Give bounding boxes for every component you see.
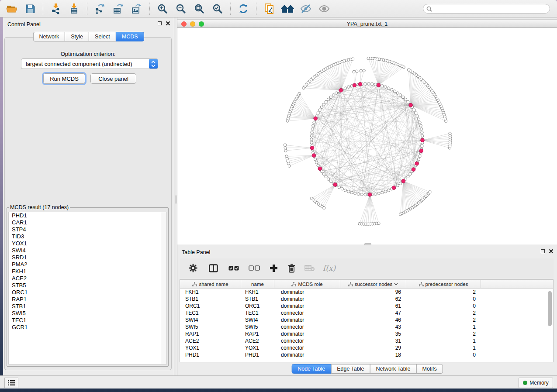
table-row[interactable]: STB1STB1dominator620: [180, 296, 553, 303]
table-cell: 61: [340, 303, 406, 309]
first-neighbors-icon[interactable]: [280, 2, 295, 16]
zoom-in-icon[interactable]: [155, 2, 170, 16]
mcds-result-item[interactable]: YOX1: [9, 240, 166, 247]
deselect-all-rows-icon[interactable]: [249, 263, 260, 273]
table-settings-gear-icon[interactable]: [189, 263, 197, 273]
mcds-result-item[interactable]: TEC1: [9, 317, 166, 324]
select-all-rows-icon[interactable]: [228, 263, 239, 273]
mcds-result-item[interactable]: TID3: [9, 233, 166, 240]
float-panel-icon[interactable]: [158, 21, 162, 25]
table-cell: 96: [340, 289, 406, 295]
delete-column-trash-icon[interactable]: [287, 263, 296, 273]
table-row[interactable]: ACE2ACE2connector311: [180, 337, 553, 344]
main-toolbar: [0, 0, 557, 17]
table-cell: dominator: [274, 289, 340, 295]
mcds-result-item[interactable]: SWI4: [9, 247, 166, 254]
close-panel-icon[interactable]: [166, 21, 170, 26]
mcds-result-group: MCDS result (17 nodes) PHD1CAR1STP4TID3Y…: [7, 204, 169, 367]
import-table-icon[interactable]: [67, 2, 82, 16]
mcds-result-item[interactable]: STB5: [9, 282, 166, 289]
export-table-icon[interactable]: [111, 2, 126, 16]
delete-table-icon[interactable]: [304, 263, 315, 273]
function-builder-icon[interactable]: f(x): [323, 263, 336, 273]
zoom-fit-icon[interactable]: [192, 2, 207, 16]
search-icon: [426, 6, 432, 12]
column-header-shared-name[interactable]: shared name: [180, 280, 241, 288]
mcds-result-list[interactable]: PHD1CAR1STP4TID3YOX1SWI4SRD1PMA2FKH1ACE2…: [8, 212, 167, 364]
table-cell: 43: [340, 324, 406, 330]
tab-mcds[interactable]: MCDS: [116, 32, 144, 41]
close-panel-button[interactable]: Close panel: [90, 73, 136, 84]
table-row[interactable]: RAP1RAP1dominator352: [180, 330, 553, 337]
table-row[interactable]: SWI5SWI5connector431: [180, 323, 553, 330]
tab-edge-table[interactable]: Edge Table: [331, 364, 370, 374]
table-row[interactable]: FKH1FKH1dominator962: [180, 289, 553, 296]
column-header-successor-nodes[interactable]: successor nodes: [340, 280, 406, 288]
import-network-icon[interactable]: [48, 2, 63, 16]
table-row[interactable]: YOX1YOX1connector291: [180, 344, 553, 351]
tab-node-table[interactable]: Node Table: [291, 364, 331, 374]
export-network-icon[interactable]: [93, 2, 107, 16]
toolbar-separator: [256, 3, 256, 15]
mcds-result-item[interactable]: SRD1: [9, 254, 166, 261]
table-row[interactable]: PHD1PHD1dominator180: [180, 351, 553, 358]
column-header-MCDS-role[interactable]: MCDS role: [274, 280, 340, 288]
mcds-result-item[interactable]: RAP1: [9, 296, 166, 303]
table-cell: 0: [406, 352, 481, 358]
criterion-select[interactable]: largest connected component (undirected): [21, 58, 158, 69]
table-cell: 47: [340, 310, 406, 316]
table-row[interactable]: TEC1TEC1connector472: [180, 309, 553, 316]
mcds-result-item[interactable]: SWI5: [9, 310, 166, 317]
mcds-result-item[interactable]: FKH1: [9, 268, 166, 275]
mcds-result-item[interactable]: GCR1: [9, 324, 166, 331]
network-graph: [177, 28, 557, 244]
column-header-name[interactable]: name: [241, 280, 274, 288]
zoom-out-icon[interactable]: [173, 2, 188, 16]
search-input[interactable]: [434, 5, 541, 12]
mcds-result-item[interactable]: ORC1: [9, 289, 166, 296]
memory-button[interactable]: Memory: [519, 378, 553, 388]
save-session-icon[interactable]: [23, 2, 38, 16]
tab-network-table[interactable]: Network Table: [370, 364, 417, 374]
list-scrollbar-track[interactable]: [161, 212, 166, 364]
float-panel-icon[interactable]: [541, 249, 545, 253]
tab-style[interactable]: Style: [65, 32, 89, 41]
tab-motifs[interactable]: Motifs: [416, 364, 443, 374]
open-file-icon[interactable]: [4, 2, 19, 16]
task-history-button[interactable]: [4, 378, 18, 388]
network-window-titlebar[interactable]: YPA_prune.txt_1: [177, 19, 557, 28]
mcds-result-item[interactable]: PHD1: [9, 212, 166, 219]
tab-select[interactable]: Select: [89, 32, 116, 41]
table-cell: 0: [406, 296, 481, 302]
clone-network-icon[interactable]: [262, 2, 277, 16]
table-row[interactable]: SWI4SWI4dominator462: [180, 316, 553, 323]
vertical-splitter[interactable]: [174, 17, 177, 375]
hide-selected-icon[interactable]: [298, 2, 313, 16]
mcds-result-item[interactable]: ACE2: [9, 275, 166, 282]
table-row[interactable]: ORC1ORC1dominator610: [180, 303, 553, 309]
split-panel-icon[interactable]: [209, 263, 218, 273]
table-header-row: shared namenameMCDS rolesuccessor nodesp…: [180, 280, 553, 289]
show-all-icon[interactable]: [317, 2, 332, 16]
add-column-icon[interactable]: [270, 263, 278, 273]
mcds-result-item[interactable]: PMA2: [9, 261, 166, 268]
column-namespace-icon: [192, 282, 197, 286]
network-window: YPA_prune.txt_1: [177, 17, 557, 244]
run-mcds-button[interactable]: Run MCDS: [43, 73, 85, 84]
export-image-icon[interactable]: [129, 2, 144, 16]
zoom-selected-icon[interactable]: [210, 2, 225, 16]
table-scrollbar-thumb[interactable]: [548, 291, 552, 326]
table-cell: TEC1: [180, 310, 241, 316]
mcds-result-item[interactable]: STB1: [9, 303, 166, 310]
control-panel-title: Control Panel: [7, 21, 41, 28]
search-field[interactable]: [423, 4, 550, 14]
table-body: FKH1FKH1dominator962STB1STB1dominator620…: [180, 289, 553, 358]
tab-network[interactable]: Network: [33, 32, 65, 41]
select-stepper-icon: [149, 59, 158, 69]
column-header-predecessor-nodes[interactable]: predecessor nodes: [406, 280, 481, 288]
close-panel-icon[interactable]: [549, 249, 554, 254]
mcds-result-item[interactable]: STP4: [9, 226, 166, 233]
network-view-canvas[interactable]: [177, 28, 557, 244]
refresh-layout-icon[interactable]: [236, 2, 251, 16]
mcds-result-item[interactable]: CAR1: [9, 219, 166, 226]
